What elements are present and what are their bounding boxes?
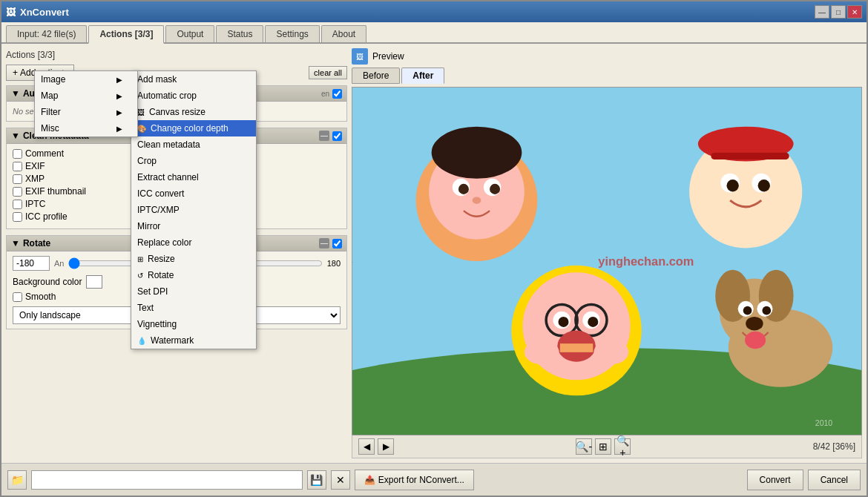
svg-point-26 (588, 317, 598, 327)
preview-tab-before[interactable]: Before (352, 68, 400, 84)
submenu-canvas-resize-label: Canvas resize (149, 107, 206, 117)
submenu-add-mask[interactable]: Add mask (131, 71, 256, 88)
collapse-icon: ▼ (11, 131, 20, 141)
exif-checkbox[interactable] (13, 162, 22, 171)
tabs-bar: Input: 42 file(s) Actions [3/3] Output S… (1, 22, 867, 44)
preview-image: yinghechan.com 2010 (352, 88, 861, 435)
preview-header: 🖼 Preview (352, 48, 862, 65)
export-label: Export for NConvert... (378, 475, 464, 485)
tab-output[interactable]: Output (165, 25, 214, 42)
submenu-icc-convert-label: ICC convert (137, 188, 184, 199)
preview-tab-after[interactable]: After (401, 68, 444, 84)
app-title: XnConvert (20, 7, 69, 18)
collapse-icon: ▼ (11, 238, 20, 249)
zoom-in-button[interactable]: 🔍+ (614, 438, 631, 455)
submenu-replace-color-label: Replace color (137, 237, 191, 248)
collapse-icon: ▼ (11, 88, 20, 99)
submenu-resize[interactable]: ⊞ Resize (131, 251, 256, 267)
automatic-enabled-checkbox[interactable] (332, 89, 342, 99)
dash-icon2: — (319, 238, 329, 249)
submenu-automatic-crop[interactable]: Automatic crop (131, 88, 256, 104)
submenu-mirror-label: Mirror (137, 221, 160, 231)
iptc-checkbox[interactable] (13, 200, 22, 209)
submenu-arrow: ▶ (116, 108, 122, 116)
delete-button[interactable]: ✕ (331, 470, 350, 490)
save-button[interactable]: 💾 (307, 470, 326, 490)
rotate-enabled-checkbox[interactable] (332, 239, 342, 249)
svg-point-29 (525, 340, 559, 364)
bg-color-swatch[interactable] (86, 275, 102, 289)
submenu-resize-label: Resize (148, 254, 175, 264)
comment-checkbox[interactable] (13, 149, 22, 159)
tab-input[interactable]: Input: 42 file(s) (6, 25, 87, 42)
dash-icon: — (319, 131, 329, 141)
zoom-fit-button[interactable]: ⊞ (595, 438, 611, 455)
icc-profile-checkbox[interactable] (13, 212, 22, 222)
svg-text:2010: 2010 (815, 418, 833, 427)
submenu-vignetting[interactable]: Vignetting (131, 316, 256, 332)
exif-thumbnail-checkbox[interactable] (13, 187, 22, 197)
submenu-watermark[interactable]: 💧 Watermark (131, 332, 256, 349)
submenu-arrow: ▶ (116, 92, 122, 100)
xmp-label: XMP (25, 174, 45, 184)
rotate-max-label: 180 (327, 259, 341, 268)
submenu-text-label: Text (137, 303, 154, 313)
clean-metadata-enabled-checkbox[interactable] (332, 131, 342, 141)
cancel-button[interactable]: Cancel (808, 470, 861, 490)
submenu-change-color-depth[interactable]: 🎨 Change color depth (131, 120, 256, 136)
smooth-checkbox[interactable] (13, 292, 22, 302)
plus-icon: + (13, 68, 18, 78)
svg-point-16 (726, 180, 738, 191)
menu-item-image[interactable]: Image ▶ (35, 71, 137, 88)
color-depth-icon: 🎨 (137, 125, 146, 133)
submenu-text[interactable]: Text (131, 300, 256, 316)
tab-settings[interactable]: Settings (265, 25, 319, 42)
minimize-button[interactable]: — (815, 5, 829, 19)
submenu-set-dpi[interactable]: Set DPI (131, 283, 256, 300)
submenu-clean-metadata-label: Clean metadata (137, 139, 200, 150)
panel-title: Actions [3/3] (6, 48, 347, 62)
clear-all-button[interactable]: clear all (309, 66, 347, 79)
next-button[interactable]: ▶ (378, 438, 394, 455)
menu-item-misc[interactable]: Misc ▶ (35, 120, 137, 136)
submenu-rotate-label: Rotate (148, 270, 174, 280)
preview-nav: ◀ ▶ (358, 438, 394, 455)
submenu-canvas-resize[interactable]: 🖼 Canvas resize (131, 104, 256, 120)
export-button[interactable]: 📤 Export for NConvert... (355, 470, 474, 490)
submenu-mirror[interactable]: Mirror (131, 218, 256, 234)
svg-point-8 (490, 184, 500, 194)
rotate-and-label: An (54, 259, 64, 268)
tab-about[interactable]: About (321, 25, 366, 42)
submenu-add-mask-label: Add mask (137, 74, 177, 85)
section-rotate-title: Rotate (23, 238, 50, 249)
titlebar: 🖼 XnConvert — □ ✕ (1, 1, 867, 22)
folder-button[interactable]: 📁 (7, 470, 27, 490)
bottom-bar: 📁 💾 ✕ 📤 Export for NConvert... Convert C… (1, 463, 867, 496)
path-input[interactable] (31, 470, 303, 490)
tab-status[interactable]: Status (216, 25, 263, 42)
submenu-rotate[interactable]: ↺ Rotate (131, 267, 256, 283)
close-button[interactable]: ✕ (847, 5, 862, 19)
submenu-extract-channel[interactable]: Extract channel (131, 169, 256, 185)
menu-item-map[interactable]: Map ▶ (35, 88, 137, 104)
preview-tabs: Before After (352, 68, 862, 84)
prev-button[interactable]: ◀ (358, 438, 375, 455)
preview-icon: 🖼 (352, 48, 368, 65)
convert-button[interactable]: Convert (747, 470, 803, 490)
rotate-value-input[interactable] (13, 256, 50, 271)
submenu-vignetting-label: Vignetting (137, 319, 177, 329)
xmp-checkbox[interactable] (13, 174, 22, 184)
titlebar-controls[interactable]: — □ ✕ (815, 5, 862, 19)
maximize-button[interactable]: □ (831, 5, 846, 19)
zoom-out-button[interactable]: 🔍- (576, 438, 592, 455)
canvas-icon: 🖼 (137, 108, 145, 116)
submenu-replace-color[interactable]: Replace color (131, 234, 256, 251)
submenu-clean-metadata[interactable]: Clean metadata (131, 136, 256, 153)
svg-point-39 (746, 317, 763, 331)
menu-item-filter[interactable]: Filter ▶ (35, 104, 137, 120)
submenu-crop[interactable]: Crop (131, 153, 256, 169)
svg-rect-28 (560, 343, 593, 352)
submenu-iptc-xmp[interactable]: IPTC/XMP (131, 202, 256, 218)
submenu-icc-convert[interactable]: ICC convert (131, 185, 256, 202)
tab-actions[interactable]: Actions [3/3] (88, 25, 164, 44)
